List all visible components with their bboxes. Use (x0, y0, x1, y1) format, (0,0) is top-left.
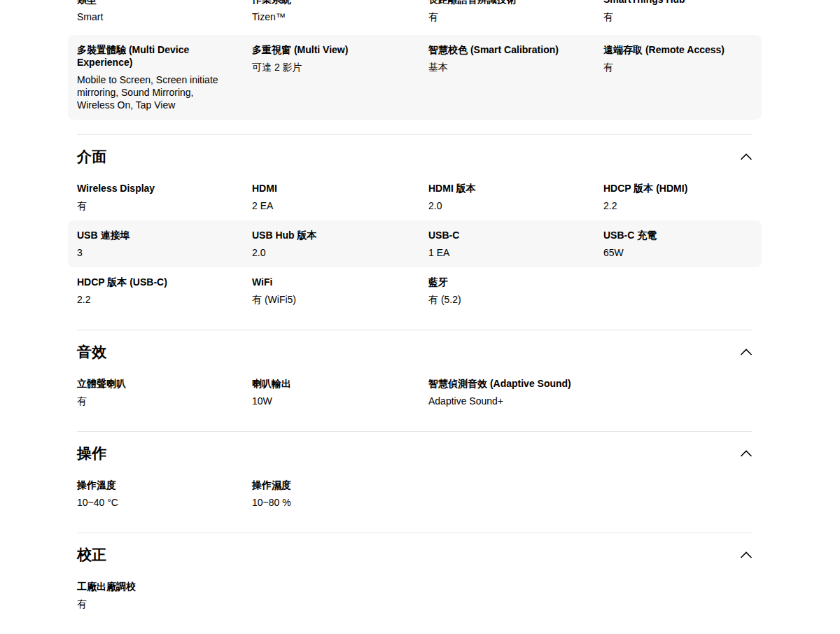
spec-content: 類型 Smart 作業系統 Tizen™ 長距離語音辨識技術 有 SmartTh… (77, 0, 752, 634)
spec-value: 10W (252, 395, 407, 407)
spec-label: 操作溫度 (77, 479, 231, 491)
spec-cell: 作業系統 Tizen™ (252, 0, 428, 23)
section-header-interface[interactable]: 介面 (77, 146, 752, 167)
spec-label: Wireless Display (77, 182, 231, 195)
section-title: 介面 (77, 146, 106, 167)
section-header-audio[interactable]: 音效 (77, 341, 752, 362)
spec-cell: 智慧校色 (Smart Calibration) 基本 (428, 43, 603, 111)
section-operation: 操作 操作溫度 10~40 °C 操作濕度 10~80 % (77, 431, 752, 533)
spec-value: 3 (77, 246, 231, 259)
spec-cell: 工廠出廠調校 有 (77, 580, 252, 610)
section-smart-service: 類型 Smart 作業系統 Tizen™ 長距離語音辨識技術 有 SmartTh… (77, 0, 752, 134)
chevron-up-icon[interactable] (740, 153, 752, 161)
spec-row-highlighted: 多裝置體驗 (Multi Device Experience) Mobile t… (68, 35, 762, 120)
spec-cell: HDMI 2 EA (252, 182, 428, 212)
spec-label: 操作濕度 (252, 479, 407, 491)
spec-cell: WiFi 有 (WiFi5) (252, 276, 428, 306)
spec-cell: USB Hub 版本 2.0 (252, 229, 428, 259)
spec-cell: Wireless Display 有 (77, 182, 252, 212)
spec-value: 2.2 (77, 293, 231, 306)
spec-row: 工廠出廠調校 有 (68, 572, 762, 619)
spec-label: HDCP 版本 (HDMI) (603, 182, 732, 195)
spec-label: 智慧校色 (Smart Calibration) (428, 43, 582, 56)
spec-cell: 遠端存取 (Remote Access) 有 (603, 43, 752, 111)
spec-value: 2.2 (603, 199, 732, 212)
spec-value: 10~80 % (252, 496, 407, 509)
spec-cell: 多裝置體驗 (Multi Device Experience) Mobile t… (77, 43, 252, 111)
section-title: 音效 (77, 341, 106, 362)
spec-label: 工廠出廠調校 (77, 580, 231, 593)
spec-label: 遠端存取 (Remote Access) (603, 43, 732, 56)
spec-label: 多裝置體驗 (Multi Device Experience) (77, 43, 231, 69)
spec-cell: 智慧偵測音效 (Adaptive Sound) Adaptive Sound+ (428, 377, 603, 407)
spec-value: 2.0 (428, 199, 582, 212)
spec-label: USB-C (428, 229, 582, 241)
chevron-up-icon[interactable] (740, 449, 752, 458)
spec-cell: 操作溫度 10~40 °C (77, 479, 252, 509)
section-header-operation[interactable]: 操作 (77, 443, 752, 463)
spec-label: 智慧偵測音效 (Adaptive Sound) (428, 377, 582, 390)
spec-value: 有 (77, 395, 231, 407)
spec-value: 1 EA (428, 246, 582, 259)
spec-row: HDCP 版本 (USB-C) 2.2 WiFi 有 (WiFi5) 藍牙 有 … (68, 267, 762, 314)
spec-value: Mobile to Screen, Screen initiate mirror… (77, 73, 231, 111)
spec-cell: 藍牙 有 (5.2) (428, 276, 603, 306)
spec-label: HDMI 版本 (428, 182, 582, 195)
spec-label: USB Hub 版本 (252, 229, 407, 241)
spec-value: 有 (428, 10, 582, 23)
spec-value: Tizen™ (252, 10, 407, 23)
spec-cell: USB-C 充電 65W (603, 229, 752, 259)
spec-row: Wireless Display 有 HDMI 2 EA HDMI 版本 2.0… (68, 174, 762, 220)
chevron-up-icon[interactable] (740, 551, 752, 559)
spec-row: 類型 Smart 作業系統 Tizen™ 長距離語音辨識技術 有 SmartTh… (68, 0, 762, 31)
section-header-calibration[interactable]: 校正 (77, 544, 752, 565)
spec-label: HDMI (252, 182, 407, 195)
spec-cell: 類型 Smart (77, 0, 252, 23)
spec-label: USB 連接埠 (77, 229, 231, 241)
spec-label: USB-C 充電 (603, 229, 732, 241)
spec-cell: 長距離語音辨識技術 有 (428, 0, 603, 23)
spec-cell: HDCP 版本 (USB-C) 2.2 (77, 276, 252, 306)
spec-value: 有 (5.2) (428, 293, 582, 306)
section-calibration: 校正 工廠出廠調校 有 (77, 533, 752, 634)
spec-value: 有 (77, 199, 231, 212)
section-title: 校正 (77, 544, 106, 565)
spec-cell: USB 連接埠 3 (77, 229, 252, 259)
chevron-up-icon[interactable] (740, 348, 752, 356)
spec-cell: 喇叭輸出 10W (252, 377, 428, 407)
spec-value: 2.0 (252, 246, 407, 259)
spec-row: 立體聲喇叭 有 喇叭輸出 10W 智慧偵測音效 (Adaptive Sound)… (68, 369, 762, 416)
spec-value: Adaptive Sound+ (428, 395, 582, 407)
spec-value: 2 EA (252, 199, 407, 212)
spec-cell: HDCP 版本 (HDMI) 2.2 (603, 182, 752, 212)
spec-label: 多重視窗 (Multi View) (252, 43, 407, 56)
spec-label: 長距離語音辨識技術 (428, 0, 582, 6)
spec-value: 有 (77, 598, 231, 610)
spec-label: 立體聲喇叭 (77, 377, 231, 390)
spec-page: 類型 Smart 作業系統 Tizen™ 長距離語音辨識技術 有 SmartTh… (0, 0, 840, 634)
section-interface: 介面 Wireless Display 有 HDMI 2 EA HDMI 版本 … (77, 134, 752, 330)
spec-cell: HDMI 版本 2.0 (428, 182, 603, 212)
spec-row: 操作溫度 10~40 °C 操作濕度 10~80 % (68, 470, 762, 517)
spec-cell: 多重視窗 (Multi View) 可達 2 影片 (252, 43, 428, 111)
spec-value: Smart (77, 10, 231, 23)
spec-value: 有 (603, 10, 732, 23)
spec-value: 有 (WiFi5) (252, 293, 407, 306)
spec-value: 有 (603, 61, 732, 73)
spec-label: SmartThings Hub (603, 0, 732, 6)
section-title: 操作 (77, 443, 106, 463)
spec-label: 類型 (77, 0, 231, 6)
spec-value: 10~40 °C (77, 496, 231, 509)
spec-label: WiFi (252, 276, 407, 288)
spec-value: 基本 (428, 61, 582, 73)
spec-label: 藍牙 (428, 276, 582, 288)
spec-label: 作業系統 (252, 0, 407, 6)
spec-cell: 操作濕度 10~80 % (252, 479, 428, 509)
spec-label: 喇叭輸出 (252, 377, 407, 390)
spec-label: HDCP 版本 (USB-C) (77, 276, 231, 288)
spec-value: 可達 2 影片 (252, 61, 407, 73)
spec-cell: SmartThings Hub 有 (603, 0, 752, 23)
spec-cell: USB-C 1 EA (428, 229, 603, 259)
section-audio: 音效 立體聲喇叭 有 喇叭輸出 10W 智慧偵測音效 (Adaptive Sou… (77, 330, 752, 431)
spec-cell: 立體聲喇叭 有 (77, 377, 252, 407)
